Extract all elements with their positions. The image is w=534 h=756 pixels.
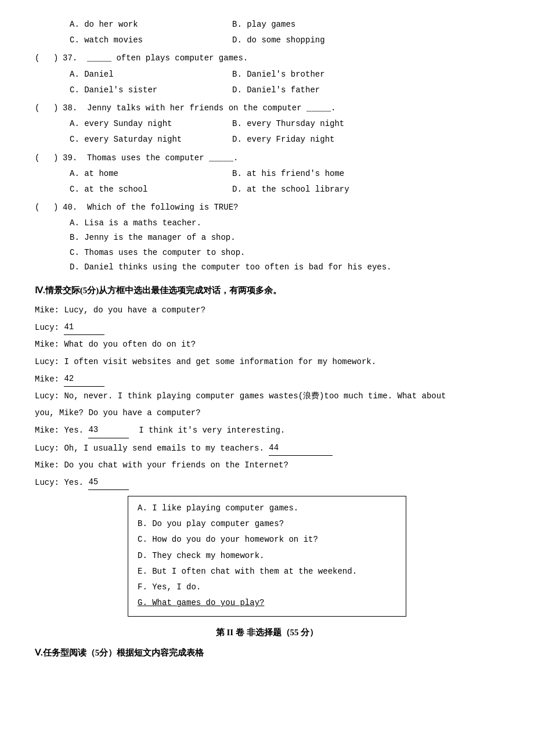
q38-option-a: A. every Sunday night — [70, 117, 232, 131]
choice-c: C. How do you do your homework on it? — [138, 532, 396, 547]
q38-options-row1: A. every Sunday night B. every Thursday … — [70, 117, 499, 131]
blank-44: 44 — [269, 441, 333, 456]
q37-text: _____ often plays computer games. — [87, 51, 248, 66]
choice-d: D. They check my homework. — [138, 549, 396, 563]
dialog-lucy-2: Lucy: I often visit websites and get som… — [35, 357, 376, 366]
dialog-line-2: Lucy: 41 — [35, 320, 499, 335]
choice-f: F. Yes, I do. — [138, 580, 396, 595]
q39-answer-blank — [44, 150, 53, 165]
q39-option-d: D. at the school library — [232, 182, 395, 197]
dialog-line-5: Mike: 42 — [35, 372, 499, 387]
q39-line: ( ) 39. Thomas uses the computer _____. — [35, 150, 499, 165]
q36-options-row2: C. watch movies D. do some shopping — [70, 33, 499, 48]
q37-option-d: D. Daniel's father — [232, 83, 395, 98]
q37-block: ( ) 37. _____ often plays computer games… — [35, 50, 499, 98]
q37-paren-open: ( — [35, 51, 44, 66]
choice-a: A. I like playing computer games. — [138, 501, 396, 516]
choice-b: B. Do you play computer games? — [138, 517, 396, 531]
dialog-lucy-3b: you, Mike? Do you have a computer? — [35, 408, 201, 417]
dialog-line-7: Mike: Yes. 43 I think it's very interest… — [35, 423, 499, 438]
q37-paren-close: ) — [53, 51, 63, 66]
dialog-mike-2: Mike: What do you often do on it? — [35, 340, 196, 349]
choice-box: A. I like playing computer games. B. Do … — [128, 496, 406, 617]
q39-option-b: B. at his friend's home — [232, 167, 395, 181]
blank-42: 42 — [64, 372, 104, 387]
dialog-mike-3: Mike: 42 — [35, 375, 104, 384]
q37-option-b: B. Daniel's brother — [232, 67, 395, 82]
q37-option-c: C. Daniel's sister — [70, 83, 232, 98]
q40-line: ( ) 40. Which of the following is TRUE? — [35, 199, 499, 215]
q36-option-d: D. do some shopping — [232, 33, 395, 48]
q40-options: A. Lisa is a maths teacher. B. Jenny is … — [70, 216, 499, 275]
q39-paren-close: ) — [53, 151, 63, 165]
q38-text: Jenny talks with her friends on the comp… — [87, 101, 335, 116]
dialog-line-6b: you, Mike? Do you have a computer? — [35, 406, 499, 420]
q40-num: 40. — [63, 200, 87, 215]
q36-option-a: A. do her work — [70, 17, 232, 32]
q39-options-row1: A. at home B. at his friend's home — [70, 167, 499, 181]
dialog-mike-5: Mike: Do you chat with your friends on t… — [35, 460, 288, 470]
q38-block: ( ) 38. Jenny talks with her friends on … — [35, 100, 499, 147]
dialog-mike-1: Mike: Lucy, do you have a computer? — [35, 305, 205, 315]
q38-option-d: D. every Friday night — [232, 132, 395, 147]
q39-paren-open: ( — [35, 151, 44, 165]
q37-options-row1: A. Daniel B. Daniel's brother — [70, 67, 499, 82]
dialog-lucy-1: Lucy: 41 — [35, 323, 104, 332]
q38-answer-blank — [44, 100, 53, 116]
dialog-line-9: Mike: Do you chat with your friends on t… — [35, 458, 499, 473]
q39-option-c: C. at the school — [70, 182, 232, 197]
q38-paren-close: ) — [53, 101, 63, 116]
q40-paren-open: ( — [35, 200, 44, 215]
dialog-block: Mike: Lucy, do you have a computer? Lucy… — [35, 303, 499, 490]
blank-45: 45 — [88, 475, 129, 490]
q39-text: Thomas uses the computer _____. — [87, 151, 238, 165]
dialog-mike-4: Mike: Yes. 43 I think it's very interest… — [35, 426, 285, 435]
q36-options-row1: A. do her work B. play games — [70, 17, 499, 32]
q37-line: ( ) 37. _____ often plays computer games… — [35, 50, 499, 66]
section5-header: Ⅴ.任务型阅读（5分）根据短文内容完成表格 — [35, 645, 499, 661]
q39-option-a: A. at home — [70, 167, 232, 181]
dialog-lucy-3: Lucy: No, never. I think playing compute… — [35, 391, 446, 401]
q38-option-b: B. every Thursday night — [232, 117, 395, 131]
q38-line: ( ) 38. Jenny talks with her friends on … — [35, 100, 499, 116]
q36-options-block: A. do her work B. play games C. watch mo… — [35, 17, 499, 48]
q38-paren-open: ( — [35, 101, 44, 116]
blank-41: 41 — [64, 320, 104, 335]
dialog-line-10: Lucy: Yes. 45 — [35, 475, 499, 490]
q36-option-b: B. play games — [232, 17, 395, 32]
q40-answer-blank — [44, 199, 53, 215]
dialog-line-1: Mike: Lucy, do you have a computer? — [35, 303, 499, 318]
choice-g: G. What games do you play? — [138, 596, 396, 610]
blank-43: 43 — [88, 423, 129, 438]
dialog-line-6: Lucy: No, never. I think playing compute… — [35, 389, 499, 404]
q37-num: 37. — [63, 51, 87, 66]
q37-option-a: A. Daniel — [70, 67, 232, 82]
q40-option-a: A. Lisa is a maths teacher. — [70, 216, 499, 231]
dialog-line-4: Lucy: I often visit websites and get som… — [35, 355, 499, 369]
q40-block: ( ) 40. Which of the following is TRUE? … — [35, 199, 499, 275]
q38-options-row2: C. every Saturday night D. every Friday … — [70, 132, 499, 147]
dialog-line-8: Lucy: Oh, I usually send emails to my te… — [35, 441, 499, 456]
q38-option-c: C. every Saturday night — [70, 132, 232, 147]
section-ii-header: 第 II 卷 非选择题（55 分） — [35, 625, 499, 640]
q37-answer-blank — [44, 50, 53, 66]
q40-paren-close: ) — [53, 200, 63, 215]
q40-option-d: D. Daniel thinks using the computer too … — [70, 260, 499, 275]
q39-num: 39. — [63, 151, 87, 165]
section4-header: Ⅳ.情景交际(5分)从方框中选出最佳选项完成对话，有两项多余。 — [35, 283, 499, 298]
q39-block: ( ) 39. Thomas uses the computer _____. … — [35, 150, 499, 197]
q37-options-row2: C. Daniel's sister D. Daniel's father — [70, 83, 499, 98]
dialog-lucy-4: Lucy: Oh, I usually send emails to my te… — [35, 444, 333, 453]
q36-option-c: C. watch movies — [70, 33, 232, 48]
choice-e: E. But I often chat with them at the wee… — [138, 564, 396, 579]
dialog-lucy-5: Lucy: Yes. 45 — [35, 478, 129, 487]
q40-option-b: B. Jenny is the manager of a shop. — [70, 231, 499, 245]
q39-options-row2: C. at the school D. at the school librar… — [70, 182, 499, 197]
q40-text: Which of the following is TRUE? — [87, 200, 238, 215]
q40-option-c: C. Thomas uses the computer to shop. — [70, 246, 499, 260]
dialog-line-3: Mike: What do you often do on it? — [35, 337, 499, 352]
q38-num: 38. — [63, 101, 87, 116]
